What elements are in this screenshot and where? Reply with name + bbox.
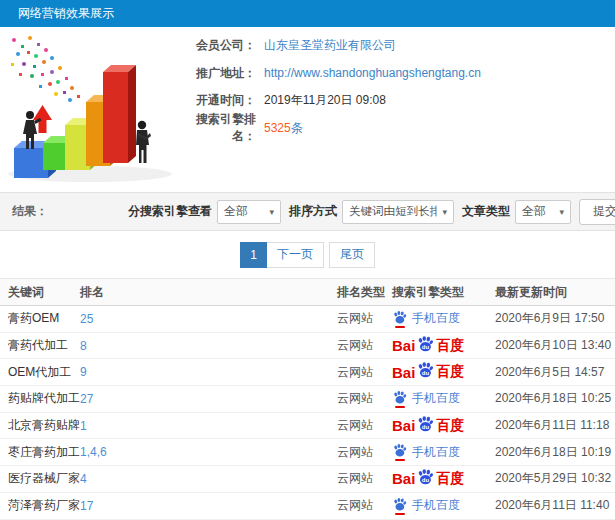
mobile-baidu-badge[interactable]: 手机百度: [392, 390, 460, 408]
baidu-logo-name: 百度: [436, 417, 464, 435]
baidu-paw-icon: [392, 390, 407, 408]
svg-text:du: du: [422, 477, 430, 483]
col-updated: 最新更新时间: [495, 284, 615, 301]
baidu-paw-icon: du: [416, 335, 434, 353]
engine-filter-select[interactable]: 全部 ▾: [217, 200, 281, 224]
col-keyword: 关键词: [0, 284, 80, 301]
updated-cell: 2020年6月18日 10:25: [495, 390, 615, 407]
table-row: 膏药代加工 8 云网站 Bai du 百度 2020年6月10日 13:40: [0, 333, 615, 360]
next-page-button[interactable]: 下一页: [267, 242, 324, 268]
filter-controls: 分搜索引擎查看 全部 ▾ 排序方式 关键词由短到长排序 ▾ 文章类型 全部 ▾ …: [120, 199, 615, 225]
mobile-baidu-badge[interactable]: 手机百度: [392, 443, 460, 461]
table-header-row: 关键词 排名 排名类型 搜索引擎类型 最新更新时间: [0, 278, 615, 306]
mobile-baidu-badge[interactable]: 手机百度: [392, 310, 460, 328]
table-row: 药贴牌代加工 27 云网站 手机百度 2020年6月18日 10:25: [0, 386, 615, 413]
updated-cell: 2020年6月11日 11:40: [495, 497, 615, 514]
baidu-logo-text: Bai: [392, 417, 415, 434]
article-type-select[interactable]: 全部 ▾: [515, 200, 571, 224]
table-row: 医疗器械厂家 4 云网站 Bai du 百度 2020年5月29日 10:32: [0, 466, 615, 493]
baidu-logo-name: 百度: [436, 470, 464, 488]
baidu-logo-text: Bai: [392, 364, 415, 381]
company-info-list: 会员公司： 山东皇圣堂药业有限公司 推广地址： http://www.shand…: [176, 27, 615, 142]
article-type-label: 文章类型: [462, 203, 510, 220]
page-header: 网络营销效果展示: [0, 0, 615, 27]
col-engine-type: 搜索引擎类型: [392, 284, 495, 301]
rank-link[interactable]: 9: [80, 365, 87, 379]
submit-button[interactable]: 提交: [579, 199, 615, 225]
engine-filter-label: 分搜索引擎查看: [128, 203, 212, 220]
rank-type-cell: 云网站: [337, 417, 392, 434]
rank-link[interactable]: 1: [80, 419, 87, 433]
rank-link[interactable]: 17: [80, 499, 93, 513]
caret-down-icon: ▾: [554, 207, 564, 217]
rank-link[interactable]: 27: [80, 392, 93, 406]
promo-url-row: 推广地址： http://www.shandonghuangshengtang.…: [176, 60, 615, 88]
sort-filter-label: 排序方式: [289, 203, 337, 220]
baidu-paw-icon: du: [416, 415, 434, 433]
member-company-row: 会员公司： 山东皇圣堂药业有限公司: [176, 32, 615, 60]
updated-cell: 2020年6月5日 14:57: [495, 364, 615, 381]
confetti-dots: [11, 36, 80, 102]
filter-bar: 结果： 分搜索引擎查看 全部 ▾ 排序方式 关键词由短到长排序 ▾ 文章类型 全…: [0, 192, 615, 231]
keyword-cell: 膏药OEM: [0, 310, 80, 327]
updated-cell: 2020年5月29日 10:32: [495, 470, 615, 487]
caret-down-icon: ▾: [437, 207, 447, 217]
engine-filter-value: 全部: [224, 203, 248, 220]
promo-url-link[interactable]: http://www.shandonghuangshengtang.cn: [264, 66, 481, 80]
keyword-rank-table: 关键词 排名 排名类型 搜索引擎类型 最新更新时间 膏药OEM 25 云网站 手…: [0, 278, 615, 520]
baidu-paw-icon: [392, 443, 407, 461]
engine-label: 手机百度: [412, 444, 460, 461]
baidu-badge[interactable]: Bai du 百度: [392, 470, 464, 488]
table-row: OEM代加工 9 云网站 Bai du 百度 2020年6月5日 14:57: [0, 359, 615, 386]
member-company-link[interactable]: 山东皇圣堂药业有限公司: [264, 37, 396, 54]
rank-type-cell: 云网站: [337, 444, 392, 461]
table-row: 枣庄膏药加工 1,4,6 云网站 手机百度 2020年6月18日 10:19: [0, 439, 615, 466]
table-row: 菏泽膏药厂家 17 云网站 手机百度 2020年6月11日 11:40: [0, 493, 615, 520]
baidu-logo-text: Bai: [392, 337, 415, 354]
updated-cell: 2020年6月9日 17:50: [495, 310, 615, 327]
page-1-button[interactable]: 1: [240, 242, 267, 268]
baidu-paw-icon: du: [416, 468, 434, 486]
rank-type-cell: 云网站: [337, 337, 392, 354]
sort-filter-select[interactable]: 关键词由短到长排序 ▾: [342, 200, 454, 224]
rank-link[interactable]: 8: [80, 339, 87, 353]
keyword-cell: 枣庄膏药加工: [0, 444, 80, 461]
engine-label: 手机百度: [412, 390, 460, 407]
svg-text:du: du: [422, 343, 430, 349]
table-row: 膏药OEM 25 云网站 手机百度 2020年6月9日 17:50: [0, 306, 615, 333]
rank-type-cell: 云网站: [337, 364, 392, 381]
keyword-cell: 北京膏药贴牌: [0, 417, 80, 434]
rank-type-cell: 云网站: [337, 310, 392, 327]
col-rank-type: 排名类型: [337, 284, 392, 301]
rank-link[interactable]: 4: [80, 472, 87, 486]
keyword-cell: 医疗器械厂家: [0, 470, 80, 487]
table-row: 北京膏药贴牌 1 云网站 Bai du 百度 2020年6月11日 11:18: [0, 413, 615, 440]
engine-rank-row: 搜索引擎排名： 5325条: [176, 115, 615, 143]
keyword-cell: 药贴牌代加工: [0, 390, 80, 407]
engine-label: 手机百度: [412, 497, 460, 514]
mobile-baidu-badge[interactable]: 手机百度: [392, 497, 460, 515]
svg-text:du: du: [422, 370, 430, 376]
rank-link[interactable]: 25: [80, 312, 93, 326]
baidu-paw-icon: du: [416, 361, 434, 379]
rank-type-cell: 云网站: [337, 390, 392, 407]
result-label: 结果：: [12, 203, 48, 220]
engine-label: 手机百度: [412, 310, 460, 327]
keyword-cell: 膏药代加工: [0, 337, 80, 354]
rank-type-cell: 云网站: [337, 470, 392, 487]
bar-red: [103, 65, 136, 163]
rank-type-cell: 云网站: [337, 497, 392, 514]
updated-cell: 2020年6月18日 10:19: [495, 444, 615, 461]
baidu-badge[interactable]: Bai du 百度: [392, 337, 464, 355]
updated-cell: 2020年6月10日 13:40: [495, 337, 615, 354]
rank-count: 5325: [264, 121, 291, 135]
sort-filter-value: 关键词由短到长排序: [349, 204, 437, 219]
svg-text:du: du: [422, 424, 430, 430]
baidu-badge[interactable]: Bai du 百度: [392, 363, 464, 381]
rank-unit: 条: [291, 121, 303, 135]
baidu-badge[interactable]: Bai du 百度: [392, 417, 464, 435]
pagination: 1 下一页 尾页: [0, 231, 615, 278]
page-title: 网络营销效果展示: [18, 5, 114, 22]
last-page-button[interactable]: 尾页: [329, 242, 375, 268]
rank-link[interactable]: 1,4,6: [80, 445, 107, 459]
